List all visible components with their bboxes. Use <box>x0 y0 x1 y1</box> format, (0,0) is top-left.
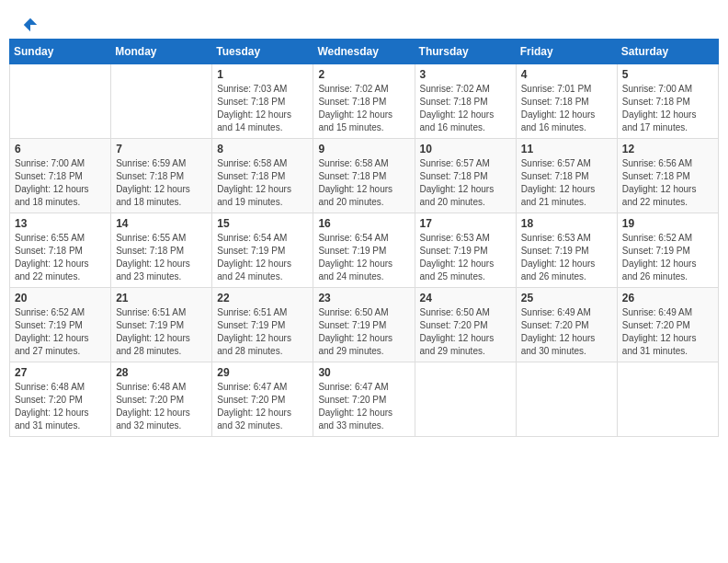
calendar-cell: 7Sunrise: 6:59 AM Sunset: 7:18 PM Daylig… <box>111 139 212 213</box>
calendar-week-row: 13Sunrise: 6:55 AM Sunset: 7:18 PM Dayli… <box>10 213 719 288</box>
calendar-cell: 4Sunrise: 7:01 PM Sunset: 7:18 PM Daylig… <box>516 64 617 139</box>
day-info: Sunrise: 6:54 AM Sunset: 7:19 PM Dayligh… <box>217 232 308 283</box>
calendar-week-row: 20Sunrise: 6:52 AM Sunset: 7:19 PM Dayli… <box>10 288 719 362</box>
day-info: Sunrise: 6:47 AM Sunset: 7:20 PM Dayligh… <box>217 381 308 432</box>
day-info: Sunrise: 6:55 AM Sunset: 7:18 PM Dayligh… <box>116 232 207 283</box>
day-info: Sunrise: 7:00 AM Sunset: 7:18 PM Dayligh… <box>622 83 713 134</box>
calendar-cell: 9Sunrise: 6:58 AM Sunset: 7:18 PM Daylig… <box>313 139 415 213</box>
logo-icon <box>22 17 39 33</box>
day-number: 6 <box>15 143 106 155</box>
day-info: Sunrise: 6:52 AM Sunset: 7:19 PM Dayligh… <box>15 306 106 358</box>
calendar-cell: 16Sunrise: 6:54 AM Sunset: 7:19 PM Dayli… <box>313 213 415 288</box>
day-number: 23 <box>318 292 409 304</box>
weekday-header: Thursday <box>415 40 516 64</box>
day-info: Sunrise: 6:57 AM Sunset: 7:18 PM Dayligh… <box>521 157 612 209</box>
day-info: Sunrise: 6:57 AM Sunset: 7:18 PM Dayligh… <box>420 157 511 209</box>
calendar-cell <box>516 362 617 437</box>
day-number: 20 <box>15 292 106 304</box>
svg-marker-0 <box>24 18 37 31</box>
calendar-cell: 27Sunrise: 6:48 AM Sunset: 7:20 PM Dayli… <box>10 362 111 437</box>
calendar-cell: 10Sunrise: 6:57 AM Sunset: 7:18 PM Dayli… <box>415 139 516 213</box>
day-info: Sunrise: 6:50 AM Sunset: 7:19 PM Dayligh… <box>318 306 409 358</box>
calendar-cell: 15Sunrise: 6:54 AM Sunset: 7:19 PM Dayli… <box>212 213 313 288</box>
day-number: 24 <box>420 292 511 304</box>
day-number: 10 <box>420 143 511 155</box>
day-number: 22 <box>217 292 308 304</box>
day-number: 15 <box>217 217 308 230</box>
calendar-cell: 12Sunrise: 6:56 AM Sunset: 7:18 PM Dayli… <box>617 139 718 213</box>
day-info: Sunrise: 7:01 PM Sunset: 7:18 PM Dayligh… <box>521 83 612 134</box>
day-number: 13 <box>15 217 106 230</box>
day-number: 3 <box>420 68 511 81</box>
calendar-cell: 1Sunrise: 7:03 AM Sunset: 7:18 PM Daylig… <box>212 64 313 139</box>
day-number: 25 <box>521 292 612 304</box>
day-number: 18 <box>521 217 612 230</box>
day-number: 11 <box>521 143 612 155</box>
calendar-cell: 28Sunrise: 6:48 AM Sunset: 7:20 PM Dayli… <box>111 362 212 437</box>
day-info: Sunrise: 6:51 AM Sunset: 7:19 PM Dayligh… <box>217 306 308 358</box>
weekday-header: Wednesday <box>313 40 415 64</box>
day-info: Sunrise: 6:55 AM Sunset: 7:18 PM Dayligh… <box>15 232 106 283</box>
calendar-cell: 17Sunrise: 6:53 AM Sunset: 7:19 PM Dayli… <box>415 213 516 288</box>
day-number: 16 <box>318 217 409 230</box>
day-number: 27 <box>15 366 106 379</box>
calendar-body: 1Sunrise: 7:03 AM Sunset: 7:18 PM Daylig… <box>10 64 719 437</box>
day-info: Sunrise: 6:53 AM Sunset: 7:19 PM Dayligh… <box>420 232 511 283</box>
calendar-week-row: 27Sunrise: 6:48 AM Sunset: 7:20 PM Dayli… <box>10 362 719 437</box>
day-number: 26 <box>622 292 713 304</box>
day-info: Sunrise: 6:59 AM Sunset: 7:18 PM Dayligh… <box>116 157 207 209</box>
calendar-cell: 14Sunrise: 6:55 AM Sunset: 7:18 PM Dayli… <box>111 213 212 288</box>
day-info: Sunrise: 6:58 AM Sunset: 7:18 PM Dayligh… <box>318 157 409 209</box>
calendar-cell: 20Sunrise: 6:52 AM Sunset: 7:19 PM Dayli… <box>10 288 111 362</box>
calendar-cell <box>111 64 212 139</box>
day-number: 9 <box>318 143 409 155</box>
weekday-header: Saturday <box>617 40 718 64</box>
calendar-week-row: 1Sunrise: 7:03 AM Sunset: 7:18 PM Daylig… <box>10 64 719 139</box>
day-info: Sunrise: 6:58 AM Sunset: 7:18 PM Dayligh… <box>217 157 308 209</box>
calendar-cell: 22Sunrise: 6:51 AM Sunset: 7:19 PM Dayli… <box>212 288 313 362</box>
calendar-cell: 21Sunrise: 6:51 AM Sunset: 7:19 PM Dayli… <box>111 288 212 362</box>
calendar-cell: 19Sunrise: 6:52 AM Sunset: 7:19 PM Dayli… <box>617 213 718 288</box>
day-number: 7 <box>116 143 207 155</box>
calendar-cell: 24Sunrise: 6:50 AM Sunset: 7:20 PM Dayli… <box>415 288 516 362</box>
calendar-cell: 26Sunrise: 6:49 AM Sunset: 7:20 PM Dayli… <box>617 288 718 362</box>
calendar-cell: 5Sunrise: 7:00 AM Sunset: 7:18 PM Daylig… <box>617 64 718 139</box>
calendar-cell: 8Sunrise: 6:58 AM Sunset: 7:18 PM Daylig… <box>212 139 313 213</box>
calendar-cell: 18Sunrise: 6:53 AM Sunset: 7:19 PM Dayli… <box>516 213 617 288</box>
calendar-cell <box>10 64 111 139</box>
calendar-table: SundayMondayTuesdayWednesdayThursdayFrid… <box>9 39 719 437</box>
day-info: Sunrise: 6:49 AM Sunset: 7:20 PM Dayligh… <box>521 306 612 358</box>
weekday-header: Monday <box>111 40 212 64</box>
day-info: Sunrise: 6:52 AM Sunset: 7:19 PM Dayligh… <box>622 232 713 283</box>
weekday-header: Tuesday <box>212 40 313 64</box>
day-info: Sunrise: 6:51 AM Sunset: 7:19 PM Dayligh… <box>116 306 207 358</box>
day-number: 1 <box>217 68 308 81</box>
calendar-week-row: 6Sunrise: 7:00 AM Sunset: 7:18 PM Daylig… <box>10 139 719 213</box>
day-info: Sunrise: 7:02 AM Sunset: 7:18 PM Dayligh… <box>420 83 511 134</box>
logo <box>18 17 39 29</box>
calendar-cell: 11Sunrise: 6:57 AM Sunset: 7:18 PM Dayli… <box>516 139 617 213</box>
weekday-row: SundayMondayTuesdayWednesdayThursdayFrid… <box>10 40 719 64</box>
day-info: Sunrise: 6:48 AM Sunset: 7:20 PM Dayligh… <box>116 381 207 432</box>
day-number: 30 <box>318 366 409 379</box>
calendar-cell <box>415 362 516 437</box>
day-number: 17 <box>420 217 511 230</box>
calendar-cell: 6Sunrise: 7:00 AM Sunset: 7:18 PM Daylig… <box>10 139 111 213</box>
day-info: Sunrise: 6:47 AM Sunset: 7:20 PM Dayligh… <box>318 381 409 432</box>
calendar-cell: 29Sunrise: 6:47 AM Sunset: 7:20 PM Dayli… <box>212 362 313 437</box>
day-number: 5 <box>622 68 713 81</box>
day-info: Sunrise: 6:49 AM Sunset: 7:20 PM Dayligh… <box>622 306 713 358</box>
calendar-cell: 30Sunrise: 6:47 AM Sunset: 7:20 PM Dayli… <box>313 362 415 437</box>
day-number: 14 <box>116 217 207 230</box>
day-number: 8 <box>217 143 308 155</box>
day-info: Sunrise: 6:53 AM Sunset: 7:19 PM Dayligh… <box>521 232 612 283</box>
day-number: 19 <box>622 217 713 230</box>
calendar-cell: 13Sunrise: 6:55 AM Sunset: 7:18 PM Dayli… <box>10 213 111 288</box>
calendar-header: SundayMondayTuesdayWednesdayThursdayFrid… <box>10 40 719 64</box>
calendar-cell: 3Sunrise: 7:02 AM Sunset: 7:18 PM Daylig… <box>415 64 516 139</box>
calendar-cell: 2Sunrise: 7:02 AM Sunset: 7:18 PM Daylig… <box>313 64 415 139</box>
calendar-cell: 23Sunrise: 6:50 AM Sunset: 7:19 PM Dayli… <box>313 288 415 362</box>
page-header <box>9 9 719 33</box>
day-info: Sunrise: 7:03 AM Sunset: 7:18 PM Dayligh… <box>217 83 308 134</box>
day-info: Sunrise: 6:50 AM Sunset: 7:20 PM Dayligh… <box>420 306 511 358</box>
